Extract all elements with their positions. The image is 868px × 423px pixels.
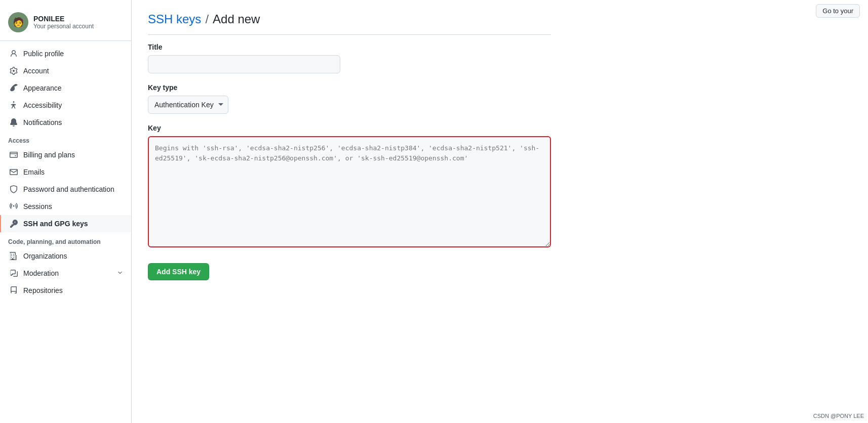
user-profile-section: 🧑 PONILEE Your personal account [0,8,131,41]
sidebar-item-ssh-gpg[interactable]: SSH and GPG keys [0,215,131,232]
mail-icon [9,167,18,177]
sidebar-item-label: Notifications [23,118,62,126]
main-content: Go to your SSH keys / Add new Title Key … [132,0,567,423]
title-label: Title [148,43,551,51]
sidebar-item-label: Repositories [23,286,63,294]
title-input[interactable] [148,55,340,73]
sidebar-item-label: SSH and GPG keys [23,220,88,228]
sidebar-item-appearance[interactable]: Appearance [0,79,131,97]
repo-icon [9,286,18,295]
breadcrumb: SSH keys / Add new [148,12,551,35]
user-subtitle: Your personal account [33,23,94,30]
sidebar-item-organizations[interactable]: Organizations [0,247,131,265]
accessibility-icon [9,101,18,110]
sidebar-item-repositories[interactable]: Repositories [0,282,131,299]
sidebar: 🧑 PONILEE Your personal account Public p… [0,0,132,423]
sidebar-item-public-profile[interactable]: Public profile [0,45,131,62]
key-icon [9,219,18,228]
sidebar-item-label: Sessions [23,202,52,210]
breadcrumb-current: Add new [213,12,260,26]
key-textarea[interactable] [148,136,551,247]
sidebar-item-label: Emails [23,168,45,176]
sidebar-item-label: Password and authentication [23,185,114,193]
add-ssh-key-button[interactable]: Add SSH key [148,263,209,280]
sidebar-item-label: Appearance [23,84,62,92]
username: PONILEE [33,15,94,23]
paintbrush-icon [9,83,18,93]
goto-button[interactable]: Go to your [816,4,860,18]
broadcast-icon [9,202,18,211]
title-group: Title [148,43,551,73]
key-label: Key [148,124,551,132]
sidebar-item-label: Organizations [23,252,67,260]
sidebar-item-label: Billing and plans [23,151,75,159]
shield-icon [9,185,18,194]
key-type-select[interactable]: Authentication Key Signing Key [148,96,228,114]
sidebar-item-sessions[interactable]: Sessions [0,198,131,215]
chevron-down-icon [117,269,123,277]
breadcrumb-separator: / [205,12,209,26]
person-icon [9,49,18,58]
key-type-group: Key type Authentication Key Signing Key [148,83,551,114]
sidebar-item-accessibility[interactable]: Accessibility [0,97,131,114]
sidebar-item-label: Public profile [23,50,64,58]
sidebar-item-label: Account [23,67,49,75]
code-section-label: Code, planning, and automation [0,232,131,247]
key-type-label: Key type [148,83,551,92]
sidebar-item-billing[interactable]: Billing and plans [0,146,131,163]
watermark: CSDN @PONY LEE [813,413,864,419]
sidebar-item-account[interactable]: Account [0,62,131,79]
avatar: 🧑 [8,12,28,32]
sidebar-item-emails[interactable]: Emails [0,163,131,181]
sidebar-item-moderation[interactable]: Moderation [0,265,131,282]
org-icon [9,251,18,261]
creditcard-icon [9,150,18,159]
breadcrumb-link[interactable]: SSH keys [148,12,201,26]
gear-icon [9,66,18,75]
sidebar-item-label: Moderation [23,269,59,277]
access-section-label: Access [0,131,131,146]
sidebar-item-password-auth[interactable]: Password and authentication [0,181,131,198]
sidebar-item-notifications[interactable]: Notifications [0,114,131,131]
bell-icon [9,118,18,127]
comment-icon [9,269,18,278]
key-group: Key [148,124,551,249]
sidebar-item-label: Accessibility [23,101,62,109]
